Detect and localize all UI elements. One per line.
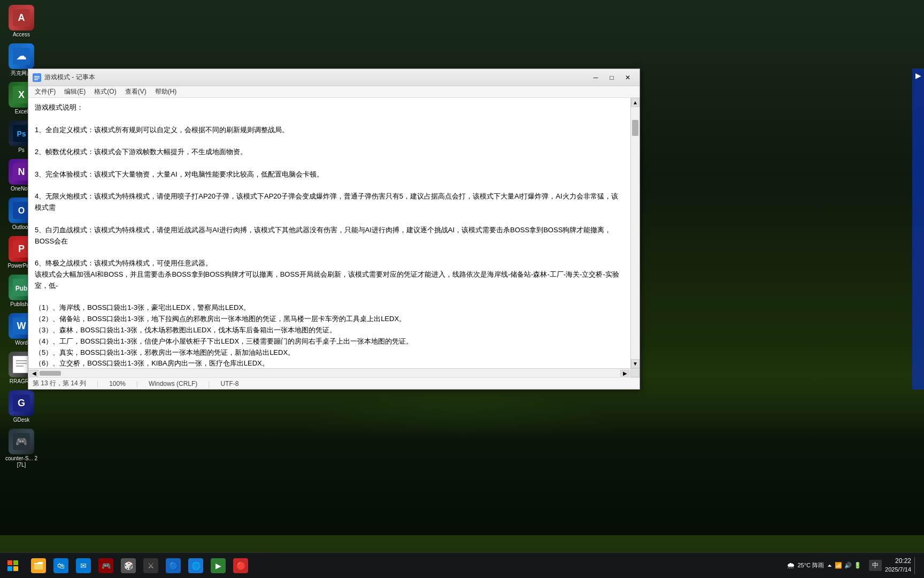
- text-line-15: （1）、海岸线，BOSS口袋出1-3张，豪宅出LEDX，警察局出LEDX。: [35, 302, 624, 314]
- input-method[interactable]: 中: [869, 560, 882, 571]
- clock-time: 20:22: [885, 557, 911, 566]
- svg-rect-32: [7, 566, 12, 571]
- notepad-statusbar: 第 13 行，第 14 列 | 100% | Windows (CRLF) | …: [28, 377, 640, 389]
- text-line-18: （4）、工厂，BOSS口袋出1-3张，信使户体小屋铁柜子下出LEDX，三楼需要蹦…: [35, 336, 624, 347]
- h-scroll-thumb[interactable]: [40, 371, 61, 376]
- notepad-app-icon: [33, 73, 41, 82]
- notepad-titlebar: 游戏模式 - 记事本 ─ □ ✕: [28, 69, 640, 86]
- menu-view[interactable]: 查看(V): [121, 86, 151, 98]
- notepad-text[interactable]: 游戏模式说明：1、全自定义模式：该模式所有规则可以自定义，会根据不同的刷新规则调…: [28, 98, 630, 368]
- status-position: 第 13 行，第 14 列: [33, 379, 86, 388]
- status-zoom: 100%: [109, 380, 126, 387]
- menu-help[interactable]: 帮助(H): [151, 86, 181, 98]
- svg-text:☁: ☁: [16, 50, 27, 62]
- scroll-down-arrow[interactable]: ▼: [631, 359, 640, 368]
- show-desktop-button[interactable]: [914, 557, 918, 574]
- volume-icon[interactable]: 🔊: [844, 562, 852, 569]
- h-scroll-track[interactable]: [38, 370, 620, 377]
- svg-rect-30: [7, 560, 12, 565]
- scroll-track[interactable]: [631, 107, 640, 359]
- game2-icon: 🎲: [121, 558, 136, 573]
- menu-format[interactable]: 格式(O): [90, 86, 120, 98]
- text-line-6: 3、完全体验模式：该模式下大量物资，大量AI，对电脑性能要求比较高，低配置电脑会…: [35, 169, 624, 180]
- taskbar-item-mail[interactable]: ✉: [73, 555, 94, 576]
- scroll-up-arrow[interactable]: ▲: [631, 98, 640, 107]
- start-icon: [6, 559, 19, 572]
- text-line-0: 游戏模式说明：: [35, 102, 624, 113]
- blue-arrow-icon: ▶: [915, 71, 921, 80]
- taskbar-item-browser[interactable]: 🌐: [185, 555, 206, 576]
- menu-edit[interactable]: 编辑(E): [60, 86, 90, 98]
- svg-rect-19: [16, 360, 27, 361]
- text-line-4: 2、帧数优化模式：该模式会下游戏帧数大幅提升，不生成地面物资。: [35, 147, 624, 158]
- gdesk-label: GDesk: [13, 417, 30, 423]
- svg-rect-28: [34, 78, 40, 79]
- scroll-left-arrow[interactable]: ◀: [29, 370, 38, 377]
- scroll-right-arrow[interactable]: ▶: [620, 370, 629, 377]
- taskbar-item-explorer[interactable]: [28, 555, 49, 576]
- taskbar-item-game2[interactable]: 🎲: [118, 555, 139, 576]
- taskbar-items: 🛍 ✉ 🎮 🎲 ⚔ 🔵: [26, 555, 787, 576]
- start-button[interactable]: [0, 553, 26, 579]
- weather-text: 25°C 阵雨: [797, 561, 824, 569]
- menu-file[interactable]: 文件(F): [30, 86, 60, 98]
- weather-widget[interactable]: 🌧 25°C 阵雨: [787, 561, 824, 571]
- notepad-window: 游戏模式 - 记事本 ─ □ ✕ 文件(F) 编辑(E) 格式(O) 查看(V)…: [28, 69, 640, 390]
- taskbar-item-app4[interactable]: 🔴: [230, 555, 251, 576]
- app4-icon: 🔴: [233, 558, 248, 573]
- taskbar-clock[interactable]: 20:22 2025/7/14: [885, 557, 911, 574]
- taskbar: 🛍 ✉ 🎮 🎲 ⚔ 🔵: [0, 552, 924, 578]
- taskbar-item-app3[interactable]: ▶: [207, 555, 229, 576]
- desktop-icon-gdesk[interactable]: G GDesk: [2, 388, 41, 425]
- svg-text:P: P: [18, 244, 25, 254]
- svg-rect-29: [34, 79, 38, 80]
- svg-text:X: X: [18, 89, 25, 100]
- taskbar-item-game1[interactable]: 🎮: [95, 555, 117, 576]
- minimize-button[interactable]: ─: [588, 72, 603, 83]
- notepad-content-area: 游戏模式说明：1、全自定义模式：该模式所有规则可以自定义，会根据不同的刷新规则调…: [28, 98, 640, 368]
- store-icon: 🛍: [53, 558, 68, 573]
- clock-date: 2025/7/14: [885, 566, 911, 574]
- taskbar-right: 🌧 25°C 阵雨 ⏶ 📶 🔊 🔋 中 20:22 2025/7/14: [787, 557, 924, 574]
- blue-sidebar[interactable]: ▶: [912, 69, 924, 390]
- taskbar-item-game3[interactable]: ⚔: [140, 555, 161, 576]
- svg-rect-31: [13, 560, 18, 565]
- text-line-17: （3）、森林，BOSS口袋出1-3张，伐木场邪教图出LEDX，伐木场车后备箱出一…: [35, 325, 624, 336]
- wangpan-icon: ☁: [9, 43, 34, 69]
- status-lineending: Windows (CRLF): [149, 380, 197, 387]
- text-line-2: 1、全自定义模式：该模式所有规则可以自定义，会根据不同的刷新规则调整战局。: [35, 125, 624, 136]
- svg-text:O: O: [18, 206, 25, 215]
- svg-rect-21: [16, 366, 24, 367]
- svg-text:🎮: 🎮: [16, 436, 28, 447]
- browser-icon: 🌐: [188, 558, 203, 573]
- battery-icon[interactable]: 🔋: [854, 562, 861, 569]
- game1-icon: 🎮: [98, 558, 113, 573]
- svg-rect-27: [34, 76, 40, 77]
- notepad-title-area: 游戏模式 - 记事本: [33, 73, 95, 82]
- scroll-thumb[interactable]: [632, 120, 638, 136]
- notepad-menubar: 文件(F) 编辑(E) 格式(O) 查看(V) 帮助(H): [28, 86, 640, 98]
- window-controls: ─ □ ✕: [588, 72, 635, 83]
- cs-icon: 🎮: [9, 429, 34, 454]
- game3-icon: ⚔: [143, 558, 158, 573]
- taskbar-item-store[interactable]: 🛍: [50, 555, 72, 576]
- svg-text:A: A: [18, 12, 25, 23]
- network-icon[interactable]: 📶: [835, 562, 842, 569]
- system-tray: ⏶ 📶 🔊 🔋: [827, 562, 861, 569]
- app1-icon: 🔵: [166, 558, 181, 573]
- status-encoding: UTF-8: [220, 380, 238, 387]
- explorer-icon: [31, 558, 46, 573]
- access-label: Access: [13, 32, 30, 38]
- maximize-button[interactable]: □: [604, 72, 619, 83]
- text-line-20: （6）、立交桥，BOSS口袋出1-3张，KIBA房内出一张，医疗仓库出LEDX。: [35, 358, 624, 368]
- tray-arrow[interactable]: ⏶: [827, 562, 833, 568]
- taskbar-item-app1[interactable]: 🔵: [163, 555, 184, 576]
- vertical-scrollbar[interactable]: ▲ ▼: [630, 98, 640, 368]
- desktop-icon-access[interactable]: A Access: [2, 3, 41, 40]
- svg-rect-20: [16, 363, 27, 364]
- svg-text:N: N: [18, 166, 25, 177]
- app3-icon: ▶: [211, 558, 226, 573]
- desktop-icon-cs[interactable]: 🎮 counter-S... 2[7L]: [2, 427, 41, 470]
- weather-icon: 🌧: [787, 561, 795, 571]
- close-button[interactable]: ✕: [620, 72, 635, 83]
